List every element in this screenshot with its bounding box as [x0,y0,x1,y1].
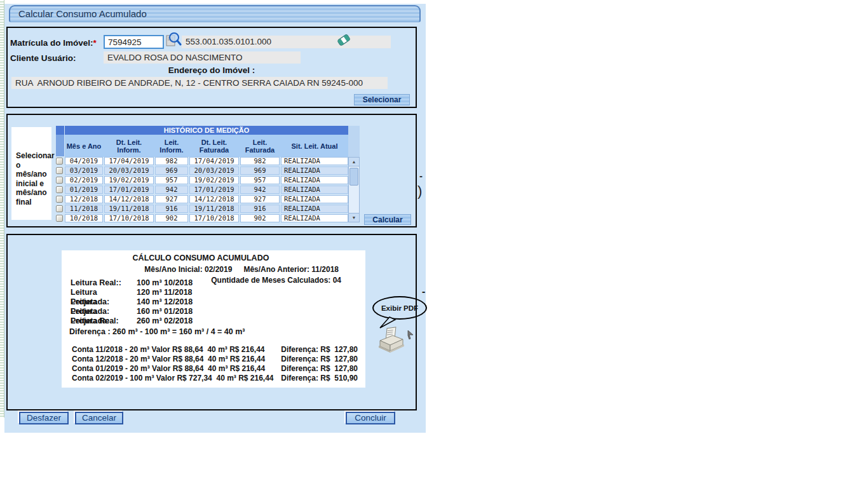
row-checkbox[interactable] [56,158,63,165]
endereco-label: Endereço do Imóvel : [6,65,417,75]
row-checkbox[interactable] [56,186,63,193]
row-checkbox[interactable] [56,167,63,174]
qtd-meses: Quntidade de Meses Calculados: 04 [211,276,341,285]
leitura-line: Leitura Real:: 100 m³ 10/2018 [71,278,193,288]
conta-line: Conta 12/2018 - 20 m³ Valor R$ 88,64 40 … [62,355,365,364]
conta-line: Conta 11/2018 - 20 m³ Valor R$ 88,64 40 … [62,345,365,355]
leitura-line: Leitura Projetada: 140 m³ 12/2018 [71,297,193,307]
table-body: 04/2019 17/04/2019 982 17/04/2019 982 RE… [56,157,348,222]
cliente-field: EVALDO ROSA DO NASCIMENTO [104,51,301,64]
endereco-field: RUA ARNOUD RIBEIRO DE ANDRADE, N, 12 - C… [11,77,388,89]
leitura-line: Leitura Projetada: 160 m³ 01/2018 [71,307,193,316]
calc-title: CÁLCULO CONSUMO ACUMULADO [62,254,340,262]
window-title: Calcular Consumo Acumulado [18,8,147,19]
inscricao-field: 553.001.035.0101.000 [182,36,391,48]
scroll-up-icon[interactable]: ▲ [349,158,359,166]
row-checkbox[interactable] [56,215,63,222]
instruction-text: Selecionar o mês/ano inicial e mês/ano f… [11,127,51,220]
matricula-input[interactable] [104,35,164,49]
table-row: 02/2019 19/02/2019 957 19/02/2019 957 RE… [56,176,348,184]
exibir-pdf-label: Exibir PDF [381,304,418,312]
table-scrollbar[interactable]: ▲ ▼ [348,157,360,222]
table-row: 03/2019 20/03/2019 969 20/03/2019 969 RE… [56,166,348,175]
calcular-button[interactable]: Calcular [364,214,411,225]
calc-period-line: Mês/Ano Inicial: 02/2019 Mês/Ano Anterio… [144,265,339,274]
concluir-button[interactable]: Concluir [346,412,395,424]
page-edge-decoration [0,0,4,417]
table-row: 12/2018 14/12/2018 927 14/12/2018 927 RE… [56,195,348,203]
table-corner-top [56,126,64,135]
table-row: 04/2019 17/04/2019 982 17/04/2019 982 RE… [56,157,348,165]
table-corner-bottom [56,135,64,156]
col-header-dt-faturada: Dt. Leit. Faturada [189,139,239,154]
calculation-report: CÁLCULO CONSUMO ACUMULADO Mês/Ano Inicia… [62,250,365,388]
row-checkbox[interactable] [56,196,63,203]
conta-line: Conta 02/2019 - 100 m³ Valor R$ 727,34 4… [62,374,365,383]
table-header-row: Mês e Ano Dt. Leit. Inform. Leit. Inform… [65,135,348,157]
table-row: 01/2019 17/01/2019 942 17/01/2019 942 RE… [56,186,348,194]
matricula-label: Matrícula do Imóvel:* [10,38,97,48]
leitura-line: Leitura Projetada: 120 m³ 11/2018 [71,288,193,297]
row-checkbox[interactable] [56,205,63,212]
diferenca-line: Diferença : 260 m³ - 100 m³ = 160 m³ / 4… [69,327,245,336]
cursor-arrow-icon [407,330,414,339]
screenshot-canvas: Calcular Consumo Acumulado Matrícula do … [0,0,868,488]
calculation-panel: CÁLCULO CONSUMO ACUMULADO Mês/Ano Inicia… [6,234,417,410]
desfazer-button[interactable]: Desfazer [19,412,69,424]
col-header-situacao: Sit. Leit. Atual [281,142,348,150]
stray-paren-mark: ) [417,183,422,200]
conta-line: Conta 01/2019 - 20 m³ Valor R$ 88,64 40 … [62,364,365,374]
stray-dash-mark: - [419,170,423,181]
window-title-tab: Calcular Consumo Acumulado [9,5,421,22]
print-pdf-icon[interactable] [376,327,407,356]
scrollbar-thumb[interactable] [349,168,358,186]
table-scroll-corner [348,126,360,157]
table-row: 10/2018 17/10/2018 902 17/10/2018 902 RE… [56,214,348,222]
table-row: 11/2018 19/11/2018 916 19/11/2018 916 RE… [56,205,348,213]
leituras-list: Leitura Real:: 100 m³ 10/2018 Leitura Pr… [71,278,193,326]
selecionar-button[interactable]: Selecionar [354,94,410,105]
cliente-label: Cliente Usuário: [10,53,76,63]
scroll-down-icon[interactable]: ▼ [349,213,359,222]
col-header-dt-inform: Dt. Leit. Inform. [104,139,154,154]
table-title: HISTÓRICO DE MEDIÇÃO [65,126,348,135]
col-header-leit-faturada: Leit. Faturada [240,139,280,154]
stray-dash-mark: - [422,286,425,297]
required-asterisk: * [93,38,97,48]
cancelar-button[interactable]: Cancelar [75,412,123,424]
col-header-leit-inform: Leit. Inform. [155,139,188,154]
search-icon[interactable] [165,32,182,51]
row-checkbox[interactable] [56,177,63,184]
leitura-line: Leitura Real: 260 m³ 02/2018 [71,316,193,326]
eraser-icon[interactable] [336,32,352,51]
mes-ano-anterior: Mês/Ano Anterior: 11/2018 [243,265,339,274]
contas-list: Conta 11/2018 - 20 m³ Valor R$ 88,64 40 … [62,345,365,383]
mes-ano-inicial: Mês/Ano Inicial: 02/2019 [144,265,232,274]
col-header-mes-ano: Mês e Ano [65,142,103,150]
